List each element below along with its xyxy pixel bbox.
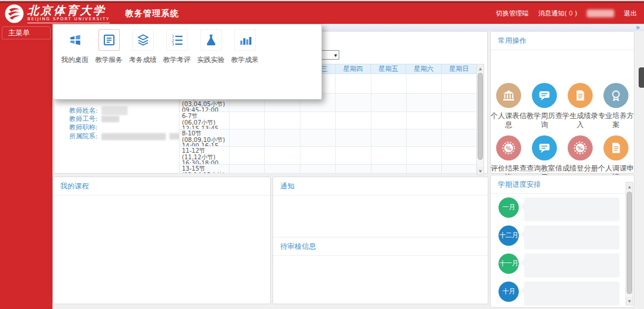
semester-month-item: 一月 [491, 197, 634, 223]
semester-month-item: 十二月 [491, 225, 634, 251]
quick-op-personal-timetable[interactable]: 个人课表信息 [491, 83, 527, 129]
quick-ops-grid: 个人课表信息 教学周历查询 学生成绩录入 专业培养方案 [491, 83, 634, 188]
bar-chart-icon [234, 29, 256, 51]
teacher-dept-redacted [101, 133, 166, 140]
scroll-up-icon[interactable]: ▲ [626, 183, 633, 190]
sidebar: 主菜单 [0, 24, 52, 309]
day-header: 星期五 [370, 64, 405, 73]
notice-panel: 通知 待审核信息 [273, 177, 488, 304]
semester-entry-bubble [524, 197, 620, 221]
semester-progress-panel: 学期进度安排 一月 十二月 十一月 十月 [490, 175, 634, 308]
percent-icon: % [568, 135, 593, 160]
swirl-logo-icon [5, 4, 24, 23]
scroll-up-icon[interactable]: ▲ [477, 64, 484, 72]
teaching-service-icon [98, 29, 120, 51]
desktop-icon [64, 29, 86, 51]
timetable-row: 13-15节(13,14,15小节) [179, 165, 476, 174]
timetable-row: 8-10节(08,09,10小节)14:00-16:15 [179, 129, 476, 147]
teacher-name-redacted [101, 106, 128, 115]
lab-flask-icon [200, 29, 222, 51]
quick-op-grade-entry[interactable]: 学生成绩录入 [562, 83, 598, 129]
semester-entry-bubble [524, 282, 620, 305]
month-badge: 十月 [499, 282, 519, 302]
my-courses-title: 我的课程 [53, 177, 270, 196]
app-screen: 北京体育大学 BEIJING SPORT UNIVERSITY 教务管理系统 切… [0, 0, 644, 309]
notice-title: 通知 [273, 177, 488, 196]
timetable-row: 11-12节(11,12小节)16:30-18:00 [179, 147, 476, 165]
my-courses-panel: 我的课程 [52, 177, 271, 304]
semester-scrollbar[interactable]: ▲ ▼ [626, 182, 633, 305]
menu-item-my-desktop[interactable]: 我的桌面 [58, 29, 92, 64]
chat-icon [532, 83, 557, 108]
logout-link[interactable]: 退出 [624, 9, 637, 18]
notifications-link[interactable]: 消息通知(0) [538, 9, 577, 18]
chevron-down-icon: ▼ [334, 53, 337, 57]
svg-text:%: % [577, 146, 583, 152]
evaluation-icon: 123 [166, 29, 188, 51]
scroll-down-icon[interactable]: ▼ [477, 167, 484, 175]
app-header: 北京体育大学 BEIJING SPORT UNIVERSITY 教务管理系统 切… [0, 3, 644, 24]
bank-icon [496, 83, 521, 108]
day-header: 星期四 [335, 64, 370, 73]
month-badge: 十二月 [499, 225, 519, 246]
teacher-id-redacted [101, 116, 119, 122]
semester-entry-bubble [524, 225, 620, 249]
day-header: 星期六 [405, 64, 441, 73]
svg-text:3: 3 [172, 42, 174, 47]
menu-item-teaching-service[interactable]: 教学服务 [92, 29, 126, 64]
semester-month-item: 十一月 [491, 254, 634, 279]
timetable-cells [229, 165, 476, 173]
quick-ops-title: 常用操作 [491, 32, 634, 50]
teacher-dept-label: 所属院系: [69, 132, 98, 140]
document-icon [603, 135, 628, 160]
side-panel-handle[interactable] [639, 67, 644, 88]
university-logo: 北京体育大学 BEIJING SPORT UNIVERSITY [5, 4, 110, 23]
quick-ops-panel: 常用操作 个人课表信息 教学周历查询 学生成绩录入 [490, 31, 634, 174]
document-icon [568, 83, 593, 108]
percent-icon: % [496, 135, 521, 160]
header-links: 切换管理端 消息通知(0) 退出 [496, 9, 637, 18]
menu-item-exam-scores[interactable]: 考务成绩 [126, 29, 160, 64]
month-badge: 十一月 [499, 254, 519, 274]
scrollbar-thumb[interactable] [478, 73, 483, 160]
expand-icon[interactable]: » [636, 23, 640, 32]
user-name-redacted [587, 10, 614, 17]
semester-month-item: 十月 [491, 282, 634, 307]
switch-admin-link[interactable]: 切换管理端 [496, 9, 528, 18]
university-name-cn: 北京体育大学 [27, 4, 110, 16]
system-title: 教务管理系统 [125, 8, 179, 19]
university-name-en: BEIJING SPORT UNIVERSITY [27, 17, 110, 23]
scrollbar-thumb[interactable] [627, 191, 632, 294]
day-header: 星期日 [441, 64, 476, 73]
notification-count: 0 [567, 10, 575, 17]
semester-entry-bubble [524, 254, 620, 277]
teacher-title-label: 教师职称: [69, 123, 98, 131]
month-badge: 一月 [499, 197, 519, 218]
teacher-name-label: 教师姓名: [69, 107, 98, 115]
quick-op-training-plan[interactable]: 专业培养方案 [598, 83, 634, 129]
menu-item-teaching-evaluation[interactable]: 123 教学考评 [160, 29, 194, 64]
main-menu-popover: 我的桌面 教学服务 考务成绩 123 教学考评 实践实验 [52, 24, 322, 100]
timetable-cells [229, 129, 476, 146]
chat-icon [532, 135, 557, 160]
medal-icon [603, 83, 628, 108]
timetable-cells [229, 112, 476, 129]
menu-item-practice-lab[interactable]: 实践实验 [194, 29, 228, 64]
pending-review-title: 待审核信息 [273, 237, 488, 256]
timetable-scrollbar[interactable]: ▲ ▼ [476, 64, 484, 175]
semester-progress-title: 学期进度安排 [491, 175, 634, 194]
menu-item-teaching-achievements[interactable]: 教学成果 [228, 29, 262, 64]
timetable-row: 6-7节(06,07小节)12:15-13:45 [179, 112, 476, 129]
svg-text:%: % [506, 146, 511, 152]
scroll-down-icon[interactable]: ▼ [626, 297, 633, 305]
notice-body [273, 196, 488, 237]
timetable-cells [229, 147, 476, 164]
quick-op-teaching-calendar[interactable]: 教学周历查询 [527, 83, 562, 129]
exam-scores-icon [132, 29, 154, 51]
teacher-id-label: 教师工号: [69, 115, 98, 123]
main-menu-tab[interactable]: 主菜单 [2, 26, 51, 39]
